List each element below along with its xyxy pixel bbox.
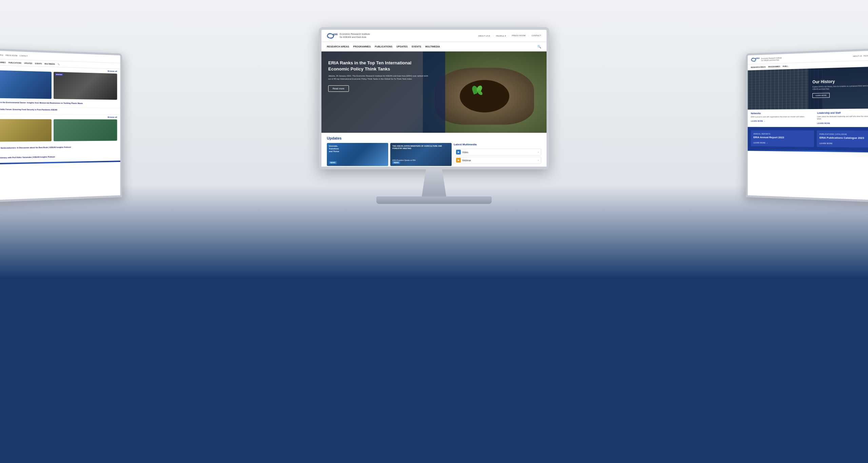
mm-webinar-label: Webinar xyxy=(462,159,471,162)
right-hero-btn[interactable]: LEARN MORE xyxy=(812,93,830,98)
center-stand-base xyxy=(376,196,492,204)
left-nav-updates[interactable]: UPDATES xyxy=(24,62,32,64)
left-nav-multimedia[interactable]: MULTIMEDIA xyxy=(44,63,55,65)
right-networks-arrow-icon: › xyxy=(764,120,765,122)
right-annual-report-card[interactable]: ANNUAL REPORTS ERIA Annual Report 2023 L… xyxy=(751,130,814,147)
left-card-2: WEBINAR xyxy=(54,72,117,100)
update-card-2-title: THE ASEAN-JAPAN MINISTERS OF AGRICULTURE… xyxy=(392,145,450,150)
center-logo-text: Economic Research Institute for ASEAN an… xyxy=(340,33,370,39)
update-card-1-title: Innovate,Transformand Thrive xyxy=(329,145,386,153)
right-leadership-section: Leadership and Staff Learn about the ded… xyxy=(817,111,868,124)
right-nav-research[interactable]: RESEARCH AREAS xyxy=(751,66,766,68)
mm-video-label: Video xyxy=(462,151,468,153)
nav-events[interactable]: EVENTS xyxy=(412,45,421,48)
hero-title: ERIA Ranks in the Top Ten International … xyxy=(328,60,430,72)
right-catalogue-link[interactable]: LEARN MORE xyxy=(820,142,868,145)
left-monitor: ABOUT US PEOPLE PRESS ROOM CONTACT AREAS… xyxy=(0,48,122,203)
mm-webinar-arrow: › xyxy=(538,159,539,162)
center-screen: ERIA Economic Research Institute for ASE… xyxy=(319,27,549,169)
left-browse-all-2[interactable]: Browse all xyxy=(0,114,120,120)
left-card-1: WEBINAR xyxy=(0,70,52,99)
left-nav-events[interactable]: EVENTS xyxy=(35,62,42,65)
center-people[interactable]: PEOPLE ▾ xyxy=(496,35,506,37)
right-catalogue-card[interactable]: PUBLICATIONS CATALOGUE ERIA Publications… xyxy=(817,130,868,148)
right-hero-overlay: Our History Explore ERIA's rich history,… xyxy=(808,66,868,109)
right-catalogue-title: ERIA Publications Catalogue 2023 xyxy=(820,136,868,140)
right-hero-title: Our History xyxy=(812,78,868,84)
hero-content: ERIA Ranks in the Top Ten International … xyxy=(328,60,430,92)
right-top-links: ABOUT US PEOPLE PRESS ROOM xyxy=(853,54,868,57)
left-search-icon[interactable]: 🔍 xyxy=(58,63,60,65)
center-main-nav: RESEARCH AREAS PROGRAMMES PUBLICATIONS U… xyxy=(321,42,547,51)
svg-point-3 xyxy=(751,58,756,61)
right-annual-cards: ANNUAL REPORTS ERIA Annual Report 2023 L… xyxy=(751,130,868,148)
webinar-icon: ▶ xyxy=(456,158,461,163)
right-hero: Our History Explore ERIA's rich history,… xyxy=(748,66,868,110)
center-nav: ERIA Economic Research Institute for ASE… xyxy=(321,30,547,42)
center-logo[interactable]: ERIA Economic Research Institute for ASE… xyxy=(327,32,370,40)
left-card-sm-1 xyxy=(0,119,52,142)
left-nav-programmes[interactable]: PROGRAMMES xyxy=(0,61,6,63)
nav-multimedia[interactable]: MULTIMEDIA xyxy=(425,45,440,48)
hero-read-more-button[interactable]: Read more xyxy=(328,85,349,92)
right-leadership-link[interactable]: LEARN MORE xyxy=(817,122,868,124)
right-info-section: Networks ERIA is proud to work with orga… xyxy=(748,108,868,127)
nav-publications[interactable]: PUBLICATIONS xyxy=(375,45,392,48)
right-nav-publications[interactable]: PUBLI... xyxy=(783,65,789,67)
multimedia-video[interactable]: ▶ Video › xyxy=(454,149,541,155)
right-nav-programmes[interactable]: PROGRAMMES xyxy=(768,65,780,68)
video-icon: ▶ xyxy=(456,150,461,154)
hero-background: ERIA Ranks in the Top Ten International … xyxy=(321,51,547,133)
updates-title: Updates xyxy=(327,136,541,140)
right-networks-link[interactable]: LEARN MORE › xyxy=(751,120,814,122)
right-catalogue-category: PUBLICATIONS CATALOGUE xyxy=(820,133,868,135)
right-networks-section: Networks ERIA is proud to work with orga… xyxy=(751,112,814,124)
right-leadership-title: Leadership and Staff xyxy=(817,111,868,114)
hero-description: Jakarta, 29 January 2021: The Economic R… xyxy=(328,75,430,81)
update-card-2-subtitle: ERIA President Speaks at 45th xyxy=(392,159,450,161)
nav-updates[interactable]: UPDATES xyxy=(396,45,408,48)
right-logo[interactable]: ERIA Economic Research Institute for ASE… xyxy=(751,56,782,63)
right-leadership-desc: Learn about the dedicated leadership and… xyxy=(817,115,868,120)
nav-programmes[interactable]: PROGRAMMES xyxy=(353,45,371,48)
left-nav-pressroom[interactable]: PRESS ROOM xyxy=(5,54,17,56)
right-nav-link-2[interactable]: PEOPLE xyxy=(864,55,868,57)
left-top-links: ABOUT US PEOPLE PRESS ROOM CONTACT xyxy=(0,53,28,57)
left-card-sm-2 xyxy=(54,119,117,141)
update-card-1[interactable]: Innovate,Transformand Thrive NEWS xyxy=(327,143,388,166)
left-nav-contact[interactable]: CONTACT xyxy=(19,55,27,57)
left-podcast-section: PODCASTS Geopolitics of Semiconductors: … xyxy=(0,141,120,163)
right-logo-text: Economic Research Institute for ASEAN an… xyxy=(761,57,782,61)
nav-research-areas[interactable]: RESEARCH AREAS xyxy=(327,45,349,48)
center-press-room[interactable]: PRESS ROOM xyxy=(512,35,526,37)
left-nav-publications[interactable]: PUBLICATIONS xyxy=(8,61,21,64)
multimedia-section: Latest Multimedia ▶ Video › ▶ Webinar xyxy=(454,143,541,167)
center-stand-neck xyxy=(414,169,454,196)
svg-point-0 xyxy=(327,34,334,38)
center-search-icon[interactable]: 🔍 xyxy=(537,45,541,48)
right-hero-desc: Explore ERIA's rich history, from its in… xyxy=(812,84,868,90)
right-screen: ERIA Economic Research Institute for ASE… xyxy=(746,48,868,203)
right-nav-link-1[interactable]: ABOUT US xyxy=(853,55,862,57)
right-publications-section: ANNUAL REPORTS ERIA Annual Report 2023 L… xyxy=(748,127,868,151)
right-monitor: ERIA Economic Research Institute for ASE… xyxy=(746,48,868,203)
right-annual-link[interactable]: LEARN MORE › xyxy=(753,142,811,145)
center-monitor-stand xyxy=(319,169,549,204)
svg-text:ERIA: ERIA xyxy=(755,57,760,59)
update-card-2-badge: NEWS xyxy=(392,161,400,164)
right-annual-title: ERIA Annual Report 2023 xyxy=(753,136,811,140)
left-cards-row-1: WEBINAR WEBINAR xyxy=(0,70,120,100)
multimedia-webinar[interactable]: ▶ Webinar › xyxy=(454,157,541,164)
multimedia-title: Latest Multimedia xyxy=(454,143,541,146)
update-card-2[interactable]: THE ASEAN-JAPAN MINISTERS OF AGRICULTURE… xyxy=(390,143,452,166)
mm-webinar-left: ▶ Webinar xyxy=(456,158,471,163)
svg-text:ERIA: ERIA xyxy=(333,33,338,36)
center-about-us[interactable]: ABOUT US ▾ xyxy=(478,35,490,37)
center-contact[interactable]: CONTACT xyxy=(531,35,541,37)
center-main-nav-items: RESEARCH AREAS PROGRAMMES PUBLICATIONS U… xyxy=(327,45,440,48)
eria-logo-icon: ERIA xyxy=(327,32,338,40)
left-nav-people[interactable]: PEOPLE xyxy=(0,54,3,56)
left-card-2-label: WEBINAR xyxy=(55,73,63,76)
svg-point-4 xyxy=(751,57,756,62)
updates-grid: Innovate,Transformand Thrive NEWS THE AS… xyxy=(327,143,541,167)
